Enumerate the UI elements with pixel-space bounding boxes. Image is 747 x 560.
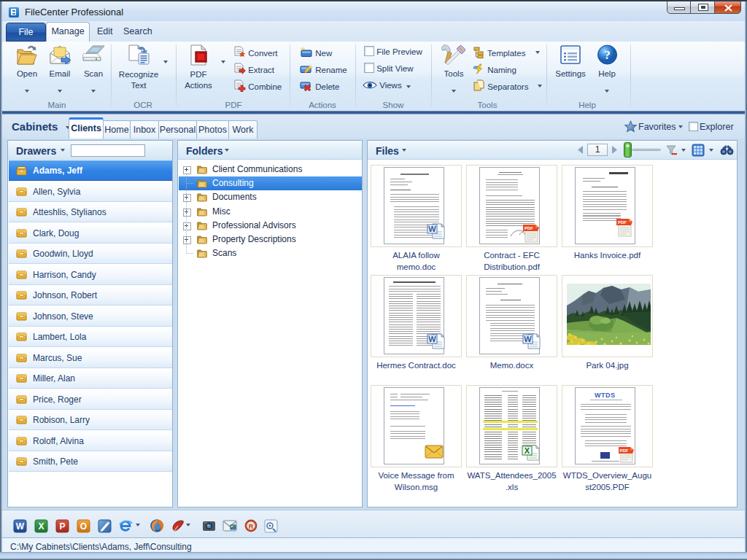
svg-text:R: R bbox=[249, 523, 254, 530]
svg-text:PDF: PDF bbox=[525, 226, 533, 230]
svg-text:W: W bbox=[16, 521, 25, 532]
svg-text:W: W bbox=[428, 225, 436, 233]
svg-text:X: X bbox=[38, 521, 44, 532]
svg-text:X: X bbox=[525, 446, 530, 455]
svg-text:PDF: PDF bbox=[620, 448, 629, 453]
svg-text:?: ? bbox=[604, 48, 611, 62]
svg-text:W: W bbox=[428, 335, 436, 343]
svg-text:O: O bbox=[80, 521, 87, 532]
svg-text:W: W bbox=[524, 335, 532, 343]
svg-text:PDF: PDF bbox=[618, 220, 627, 225]
svg-text:P: P bbox=[59, 521, 65, 532]
